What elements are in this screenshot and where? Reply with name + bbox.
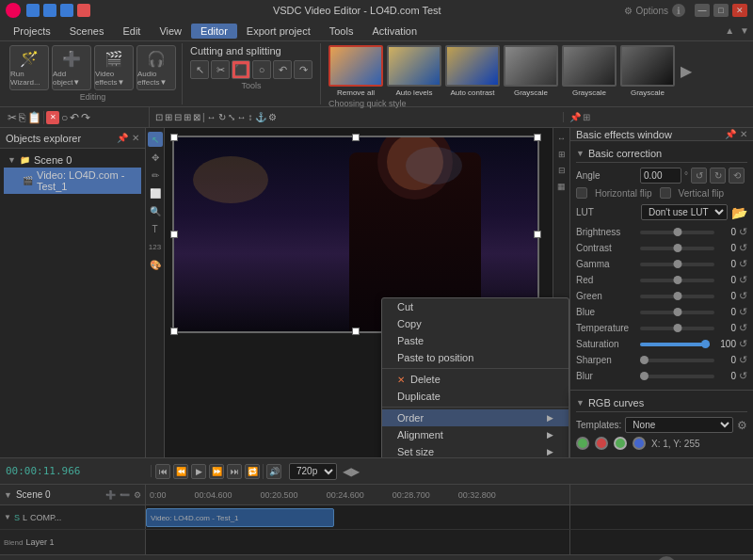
flip-h-icon[interactable]: ↔	[237, 112, 247, 122]
v-flip-checkbox[interactable]	[660, 187, 671, 199]
templates-select[interactable]: None	[625, 417, 733, 433]
menu-tools[interactable]: Tools	[320, 24, 363, 39]
text-tool[interactable]: T	[148, 221, 163, 236]
style-remove-all[interactable]	[328, 45, 383, 87]
handle-bl[interactable]	[170, 328, 178, 335]
pencil-tool[interactable]: ✏	[148, 168, 163, 183]
blue-thumb[interactable]	[673, 308, 681, 316]
temperature-thumb[interactable]	[673, 324, 681, 332]
expand-icon[interactable]: ◀▶	[343, 465, 360, 478]
contrast-thumb[interactable]	[673, 244, 681, 252]
menu-export[interactable]: Export project	[237, 24, 320, 39]
close-panel-icon[interactable]: ✕	[132, 133, 139, 143]
ctx-order[interactable]: Order ▶	[382, 409, 569, 426]
pin-panel-icon[interactable]: 📌	[117, 133, 128, 143]
right-tool-2[interactable]: ⊞	[555, 148, 569, 161]
brightness-reset-icon[interactable]: ↺	[739, 226, 747, 238]
options-label[interactable]: Options	[636, 6, 668, 16]
arrow-select-tool[interactable]: ↖	[148, 132, 163, 147]
eraser-tool[interactable]: ⬜	[148, 185, 163, 200]
style-auto-contrast[interactable]	[445, 45, 500, 87]
rgb-red-dot[interactable]	[595, 437, 608, 450]
blur-slider[interactable]	[640, 375, 714, 378]
contrast-slider[interactable]	[640, 247, 714, 250]
maximize-button[interactable]: □	[713, 4, 729, 17]
menu-view[interactable]: View	[150, 24, 191, 39]
settings-icon[interactable]: ⚙	[268, 112, 277, 122]
handle-bc[interactable]	[352, 328, 360, 335]
green-slider[interactable]	[640, 295, 714, 298]
angle-cw-btn[interactable]: ↻	[710, 168, 726, 184]
redo-icon[interactable]: ↷	[81, 111, 90, 124]
handle-tr[interactable]	[534, 134, 541, 141]
delete-icon[interactable]: ✕	[46, 111, 59, 124]
red-slider[interactable]	[640, 279, 714, 282]
menu-edit[interactable]: Edit	[113, 24, 150, 39]
grid-icon[interactable]: ⊞	[184, 112, 191, 122]
angle-reset-btn[interactable]: ↺	[691, 168, 707, 184]
scene-0-item[interactable]: ▼ 📁 Scene 0	[4, 152, 141, 168]
circle-tool[interactable]: ○	[252, 60, 271, 79]
ctx-cut[interactable]: Cut	[382, 298, 569, 315]
saturation-thumb[interactable]	[701, 340, 710, 348]
undo-tool[interactable]: ↶	[273, 60, 292, 79]
blur-thumb[interactable]	[640, 372, 649, 380]
stop-tool[interactable]: ⬛	[232, 60, 250, 79]
ctx-duplicate[interactable]: Duplicate	[382, 388, 569, 405]
select-tool[interactable]: ↖	[190, 60, 209, 79]
handle-tl[interactable]	[170, 134, 178, 141]
right-tool-4[interactable]: ▦	[555, 180, 569, 193]
flip-v-icon[interactable]: ↕	[248, 112, 253, 122]
brightness-thumb[interactable]	[673, 228, 681, 236]
right-tool-1[interactable]: ↔	[555, 132, 569, 145]
rgb-green2-dot[interactable]	[614, 437, 627, 450]
handle-lc[interactable]	[170, 231, 178, 238]
pin-right-panel-icon[interactable]: 📌	[725, 129, 736, 139]
style-grayscale1[interactable]	[504, 45, 558, 87]
audio-effects-button[interactable]: 🎧 Audio effects▼	[136, 45, 176, 90]
ctx-set-size[interactable]: Set size ▶	[382, 443, 569, 457]
circle-icon[interactable]: ○	[61, 111, 68, 124]
brightness-slider[interactable]	[640, 231, 714, 234]
rgb-green-dot[interactable]	[576, 437, 589, 450]
temperature-reset-icon[interactable]: ↺	[739, 322, 747, 334]
rotate-icon[interactable]: ↻	[218, 112, 226, 122]
sharpen-reset-icon[interactable]: ↺	[739, 354, 747, 366]
next-frame-btn[interactable]: ⏩	[209, 464, 224, 479]
video-item[interactable]: 🎬 Video: LO4D.com - Test_1	[4, 168, 141, 194]
templates-settings-icon[interactable]: ⚙	[737, 419, 747, 432]
video-effects-button[interactable]: 🎬 Video effects▼	[94, 45, 134, 90]
paste-icon[interactable]: 📋	[27, 111, 41, 124]
info-icon[interactable]: ℹ	[672, 4, 685, 17]
rgb-blue-dot[interactable]	[633, 437, 646, 450]
skip-end-btn[interactable]: ⏭	[227, 464, 242, 479]
position-icon[interactable]: ↔	[207, 112, 216, 122]
style-grayscale3[interactable]	[620, 45, 675, 87]
numeric-tool[interactable]: 123	[148, 239, 163, 254]
handle-rc[interactable]	[534, 231, 541, 238]
copy-icon[interactable]: ⎘	[19, 111, 25, 124]
sharpen-thumb[interactable]	[640, 356, 649, 364]
angle-flip-btn[interactable]: ⟲	[729, 168, 745, 184]
menu-editor[interactable]: Editor	[191, 24, 237, 39]
cut-icon[interactable]: ✂	[8, 111, 17, 124]
gear-icon[interactable]: ⚙	[624, 6, 633, 16]
remove-layer-icon[interactable]: ➖	[120, 490, 130, 500]
temperature-slider[interactable]	[640, 327, 714, 330]
blue-slider[interactable]	[640, 311, 714, 314]
add-layer-icon[interactable]: ➕	[105, 490, 116, 500]
skip-start-btn[interactable]: ⏮	[155, 464, 170, 479]
menu-scenes[interactable]: Scenes	[60, 24, 114, 39]
saturation-reset-icon[interactable]: ↺	[739, 338, 747, 350]
add-object-button[interactable]: ➕ Add object▼	[52, 45, 91, 90]
ctx-alignment[interactable]: Alignment ▶	[382, 426, 569, 443]
sharpen-slider[interactable]	[640, 359, 714, 362]
style-arrow-icon[interactable]: ▶	[681, 62, 692, 80]
prev-frame-btn[interactable]: ⏪	[173, 464, 188, 479]
loop-btn[interactable]: 🔁	[245, 464, 260, 479]
blue-reset-icon[interactable]: ↺	[739, 306, 747, 318]
red-reset-icon[interactable]: ↺	[739, 274, 747, 286]
ctx-paste[interactable]: Paste	[382, 332, 569, 349]
ctx-paste-to-pos[interactable]: Paste to position	[382, 349, 569, 366]
vol-btn[interactable]: 🔊	[266, 464, 281, 479]
